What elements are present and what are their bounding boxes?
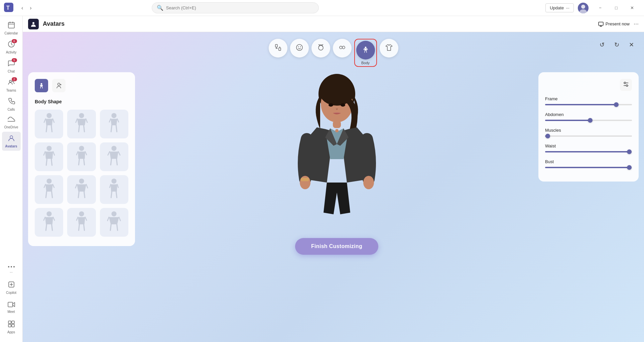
- body-shape-9[interactable]: [100, 175, 128, 204]
- svg-point-42: [112, 146, 117, 151]
- meet-icon: [8, 301, 15, 309]
- waist-thumb[interactable]: [627, 149, 632, 154]
- body-shape-title: Body Shape: [35, 99, 128, 104]
- sidebar-item-activity[interactable]: 6 Activity: [2, 38, 21, 57]
- sidebar-item-calls[interactable]: Calls: [2, 95, 21, 114]
- body-button[interactable]: [356, 41, 375, 60]
- body-shape-grid: [35, 110, 128, 237]
- avatar-toolbar: Body: [269, 39, 398, 67]
- body-icon: [362, 46, 369, 55]
- avatar-content: ↺ ↻ ✕: [23, 32, 644, 342]
- hair-button[interactable]: [311, 39, 330, 58]
- svg-point-60: [624, 82, 626, 84]
- close-avatar-button[interactable]: ✕: [625, 39, 637, 51]
- pose-button[interactable]: [269, 39, 287, 58]
- toolbar-item-outfit: [380, 39, 398, 67]
- sidebar-item-apps[interactable]: Apps: [2, 318, 21, 337]
- svg-point-53: [341, 103, 345, 107]
- sidebar-label-teams: Teams: [6, 89, 16, 92]
- body-shape-2[interactable]: [67, 110, 96, 138]
- sidebar-label-copilot: Copilot: [6, 291, 16, 295]
- teams-badge: 2: [12, 77, 17, 81]
- search-bar[interactable]: 🔍: [152, 2, 319, 13]
- sidebar-label-apps: Apps: [7, 330, 15, 334]
- chat-badge: 5: [12, 58, 17, 62]
- undo-button[interactable]: ↺: [596, 39, 608, 51]
- svg-point-44: [79, 179, 84, 184]
- window-controls: − □ ✕: [593, 3, 640, 13]
- body-shape-1[interactable]: [35, 110, 63, 138]
- sidebar-item-copilot[interactable]: Copilot: [2, 278, 21, 297]
- present-now-label: Present now: [606, 21, 630, 26]
- svg-point-57: [335, 129, 339, 132]
- body-shape-3[interactable]: [100, 110, 128, 138]
- features-button[interactable]: [333, 39, 352, 58]
- abdomen-track[interactable]: [545, 120, 632, 121]
- body-shape-12[interactable]: [100, 208, 128, 237]
- svg-point-29: [298, 46, 298, 47]
- sidebar-item-more[interactable]: ···: [2, 259, 21, 277]
- bust-track[interactable]: [545, 167, 632, 168]
- frame-thumb[interactable]: [614, 102, 619, 107]
- back-button[interactable]: ‹: [19, 4, 26, 12]
- svg-rect-8: [12, 22, 13, 23]
- app-area: Avatars Present now ··· ↺ ↻ ✕: [23, 16, 644, 342]
- body-shape-8[interactable]: [67, 175, 96, 204]
- svg-text:T: T: [6, 5, 10, 11]
- redo-button[interactable]: ↻: [611, 39, 623, 51]
- body-shape-tab[interactable]: [35, 79, 48, 92]
- muscles-thumb[interactable]: [545, 134, 550, 138]
- activity-badge: 6: [12, 39, 17, 43]
- close-window-button[interactable]: ✕: [625, 3, 640, 13]
- sidebar-item-chat[interactable]: 5 Chat: [2, 57, 21, 76]
- sidebar-item-onedrive[interactable]: OneDrive: [2, 114, 21, 132]
- finish-customizing-button[interactable]: Finish Customizing: [295, 238, 378, 255]
- face-button[interactable]: [290, 39, 309, 58]
- update-label: Update: [550, 5, 564, 10]
- body-shape-11[interactable]: [67, 208, 96, 237]
- body-shape-10[interactable]: [35, 208, 63, 237]
- update-button[interactable]: Update ···: [545, 3, 574, 12]
- frame-track[interactable]: [545, 104, 632, 105]
- forward-button[interactable]: ›: [27, 4, 34, 12]
- svg-point-43: [46, 179, 51, 184]
- user-avatar-button[interactable]: [578, 3, 589, 13]
- sidebar-label-onedrive: OneDrive: [4, 125, 18, 129]
- frame-label: Frame: [545, 96, 632, 101]
- abdomen-fill: [545, 120, 590, 121]
- search-input[interactable]: [166, 5, 314, 10]
- teams-icon: 2: [8, 79, 15, 88]
- center-avatar: Finish Customizing: [140, 72, 533, 257]
- sidebar-item-calendar[interactable]: Calendar: [2, 19, 21, 38]
- sidebar: Calendar 6 Activity 5 Chat: [0, 16, 23, 342]
- svg-point-13: [11, 266, 12, 267]
- svg-point-32: [340, 46, 342, 49]
- body-shape-6[interactable]: [100, 142, 128, 171]
- maximize-button[interactable]: □: [609, 3, 624, 13]
- bust-label: Bust: [545, 159, 632, 164]
- calendar-icon: [8, 21, 15, 30]
- waist-track[interactable]: [545, 151, 632, 152]
- sidebar-item-teams[interactable]: 2 Teams: [2, 76, 21, 95]
- present-now-button[interactable]: Present now: [598, 21, 630, 27]
- outfit-button[interactable]: [380, 39, 398, 58]
- muscles-track[interactable]: [545, 135, 632, 137]
- body-shape-5[interactable]: [67, 142, 96, 171]
- app-header-right: Present now ···: [598, 20, 639, 27]
- minimize-button[interactable]: −: [593, 3, 608, 13]
- accessories-tab[interactable]: [52, 79, 66, 92]
- bust-thumb[interactable]: [627, 165, 632, 170]
- page-title: Avatars: [43, 20, 65, 27]
- body-shape-7[interactable]: [35, 175, 63, 204]
- muscles-slider-section: Muscles: [545, 128, 632, 137]
- sidebar-item-avatars[interactable]: Avatars: [2, 132, 21, 151]
- svg-rect-23: [275, 44, 277, 47]
- app-more-button[interactable]: ···: [634, 20, 639, 27]
- sidebar-item-meet[interactable]: Meet: [2, 299, 21, 316]
- abdomen-thumb[interactable]: [588, 118, 593, 123]
- sliders-settings-button[interactable]: [620, 79, 632, 91]
- body-shape-4[interactable]: [35, 142, 63, 171]
- right-panel: Frame Abdomen: [538, 72, 639, 182]
- toolbar-item-face: [290, 39, 309, 67]
- pose-icon: [274, 44, 282, 53]
